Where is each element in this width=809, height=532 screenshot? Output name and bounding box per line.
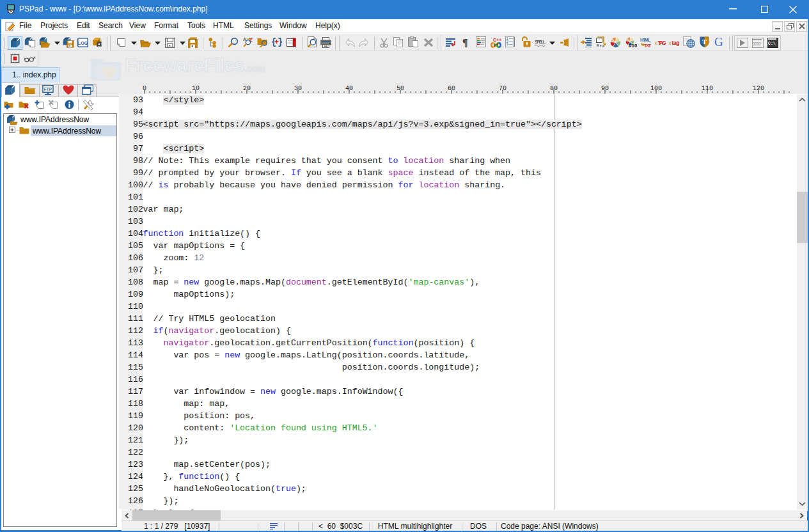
svg-text:C:\_: C:\_ bbox=[768, 42, 776, 46]
svg-text:0: 0 bbox=[143, 85, 146, 92]
svg-text:}: } bbox=[278, 37, 282, 47]
svg-text:TXT: TXT bbox=[644, 43, 652, 48]
svg-text:G: G bbox=[714, 36, 723, 48]
svg-text:20: 20 bbox=[243, 85, 251, 92]
svg-text:70: 70 bbox=[499, 85, 507, 92]
svg-text:‹: ‹ bbox=[655, 39, 657, 47]
svg-text:110: 110 bbox=[702, 85, 713, 92]
svg-text:¶: ¶ bbox=[462, 37, 468, 47]
svg-text:SPELL: SPELL bbox=[535, 39, 546, 45]
svg-text:TAG: TAG bbox=[658, 40, 666, 46]
svg-text:30: 30 bbox=[294, 85, 302, 92]
svg-text:40: 40 bbox=[345, 85, 353, 92]
svg-text:T: T bbox=[702, 38, 707, 45]
svg-text:FTP: FTP bbox=[44, 87, 52, 91]
svg-text:10: 10 bbox=[192, 85, 200, 92]
svg-text:120: 120 bbox=[753, 85, 764, 92]
svg-text:HTML: HTML bbox=[640, 38, 651, 42]
svg-text:1010: 1010 bbox=[753, 42, 761, 46]
svg-text:{: { bbox=[271, 37, 276, 47]
svg-text:3: 3 bbox=[507, 42, 508, 47]
svg-text:#10: #10 bbox=[629, 43, 637, 48]
svg-text:tag: tag bbox=[672, 40, 680, 46]
svg-text:50: 50 bbox=[397, 85, 404, 92]
svg-text:90: 90 bbox=[601, 85, 609, 92]
svg-text:LOG: LOG bbox=[78, 41, 88, 45]
svg-text:‹: ‹ bbox=[669, 39, 672, 47]
svg-text:80: 80 bbox=[550, 85, 558, 92]
svg-text:Z: Z bbox=[249, 37, 253, 43]
svg-text:100: 100 bbox=[650, 85, 662, 92]
svg-text:60: 60 bbox=[448, 85, 455, 92]
svg-text:C++: C++ bbox=[493, 38, 501, 42]
